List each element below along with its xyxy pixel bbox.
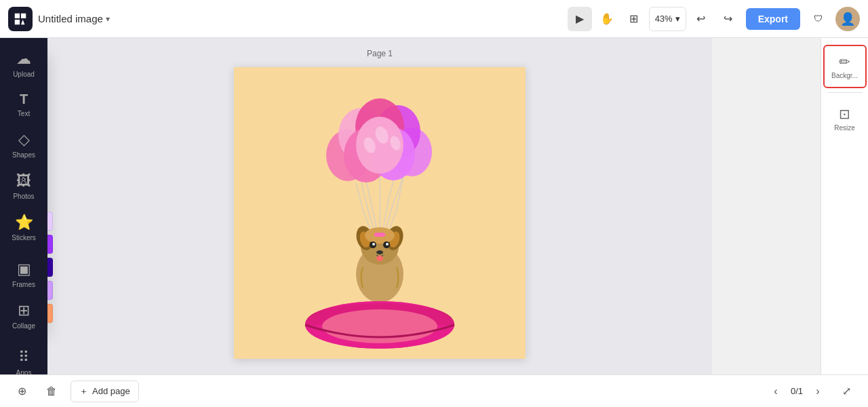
svg-rect-18 — [374, 233, 385, 237]
canvas-illustration — [234, 67, 526, 359]
right-icons-panel: ✏ Backgr... ⊡ Resize — [821, 38, 868, 374]
right-panel-area: ✏ Backgr... ⊡ Resize — [712, 38, 868, 374]
right-panel-background-button[interactable]: ✏ Backgr... — [823, 45, 867, 88]
color-swatch-def-3-6[interactable] — [47, 281, 53, 300]
shield-button[interactable]: 🛡 — [806, 7, 830, 31]
undo-button[interactable]: ↩ — [689, 7, 713, 31]
page-counter: 0/1 — [791, 386, 803, 396]
svg-point-22 — [386, 243, 389, 246]
color-swatch-def-0-6[interactable] — [47, 212, 53, 231]
select-tool-button[interactable]: ▶ — [568, 7, 592, 31]
next-page-button[interactable]: › — [808, 382, 827, 401]
sidebar-item-text[interactable]: T Text — [0, 85, 47, 124]
shapes-icon: ◇ — [18, 131, 30, 149]
bottom-bar: ⊕ 🗑 ＋ Add page ‹ 0/1 › ⤢ — [0, 374, 868, 407]
redo-button[interactable]: ↪ — [716, 7, 741, 31]
color-swatch-def-4-6[interactable] — [47, 304, 53, 323]
apps-icon: ⠿ — [18, 349, 29, 366]
add-page-button[interactable]: ＋ Add page — [71, 381, 139, 402]
sidebar-item-stickers[interactable]: ⭐ Stickers — [0, 207, 47, 248]
sidebar-item-shapes[interactable]: ◇ Shapes — [0, 124, 47, 166]
page-nav: ‹ 0/1 › — [766, 382, 827, 401]
zoom-control[interactable]: 43% ▾ — [649, 7, 686, 31]
export-button[interactable]: Export — [746, 8, 800, 30]
right-panel-divider — [828, 92, 862, 93]
color-swatch-def-1-6[interactable] — [47, 235, 53, 254]
zoom-value: 43% — [655, 14, 673, 24]
right-panel-resize-button[interactable]: ⊡ Resize — [823, 97, 867, 140]
sidebar: ☁ Upload T Text ◇ Shapes 🖼 Photos ⭐ Stic… — [0, 38, 47, 374]
add-page-label: Add page — [92, 386, 130, 396]
sidebar-item-photos[interactable]: 🖼 Photos — [0, 166, 47, 207]
sidebar-item-apps[interactable]: ⠿ Apps — [0, 342, 47, 374]
app-logo[interactable] — [8, 7, 33, 31]
main-area: ☁ Upload T Text ◇ Shapes 🖼 Photos ⭐ Stic… — [0, 38, 868, 374]
header: Untitled image ▾ ▶ ✋ ⊞ 43% ▾ ↩ ↪ Export … — [0, 0, 868, 38]
frames-icon: ▣ — [17, 260, 31, 278]
document-title-area[interactable]: Untitled image ▾ — [38, 13, 110, 24]
resize-panel-icon: ⊡ — [839, 106, 850, 122]
photos-icon: 🖼 — [16, 172, 31, 190]
upload-icon: ☁ — [16, 50, 31, 68]
document-title: Untitled image — [38, 13, 103, 24]
header-tools: ▶ ✋ ⊞ 43% ▾ ↩ ↪ — [568, 7, 741, 31]
sidebar-item-frames[interactable]: ▣ Frames — [0, 254, 47, 295]
zoom-chevron-icon: ▾ — [675, 14, 680, 24]
page-label: Page 1 — [367, 49, 393, 58]
hand-tool-button[interactable]: ✋ — [595, 7, 619, 31]
sidebar-item-upload[interactable]: ☁ Upload — [0, 43, 47, 85]
add-page-icon: ＋ — [79, 385, 88, 398]
stickers-icon: ⭐ — [15, 214, 33, 231]
canvas-page[interactable] — [234, 67, 526, 359]
sidebar-item-collage[interactable]: ⊞ Collage — [0, 295, 47, 336]
avatar[interactable]: 👤 — [835, 7, 860, 31]
header-right: Export 🛡 👤 — [746, 7, 860, 31]
canvas-area: Page 1 — [47, 38, 712, 374]
title-chevron-icon: ▾ — [106, 14, 110, 24]
text-icon: T — [20, 92, 28, 107]
svg-point-23 — [376, 250, 383, 254]
color-swatch-def-2-6[interactable] — [47, 258, 53, 277]
background-panel-label: Backgr... — [831, 72, 858, 79]
background-panel-icon: ✏ — [839, 54, 850, 70]
add-page-thumbnail-button[interactable]: ⊕ — [11, 381, 33, 402]
svg-point-24 — [376, 256, 383, 261]
resize-panel-label: Resize — [834, 124, 855, 132]
fullscreen-button[interactable]: ⤢ — [835, 381, 857, 402]
collage-icon: ⊞ — [18, 302, 30, 319]
grid-view-button[interactable]: ⊞ — [622, 7, 646, 31]
prev-page-button[interactable]: ‹ — [766, 382, 785, 401]
svg-point-21 — [372, 243, 375, 246]
delete-page-button[interactable]: 🗑 — [41, 381, 62, 402]
